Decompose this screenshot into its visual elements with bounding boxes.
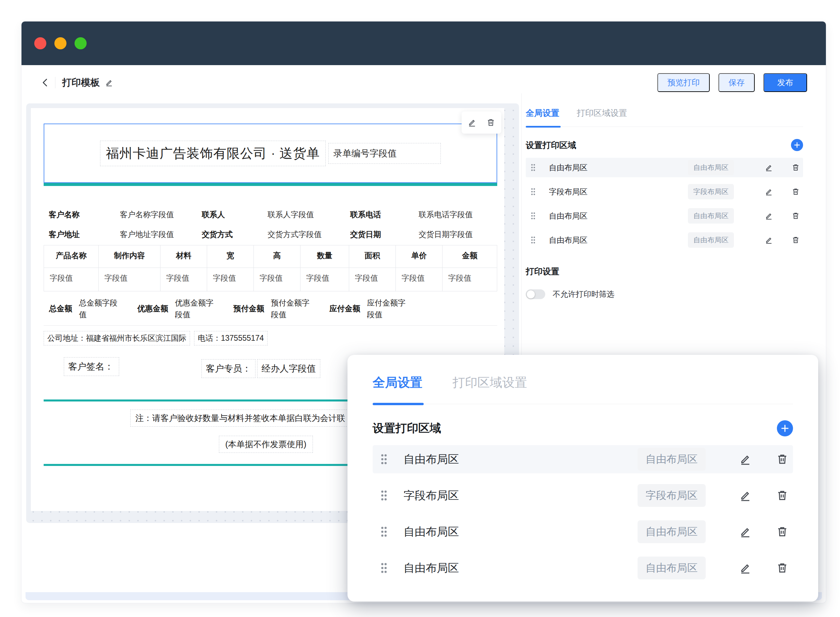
drag-handle-icon[interactable] — [530, 212, 536, 220]
items-table[interactable]: 产品名称 制作内容 材料 宽 高 数量 面积 单价 金额 字段值 字段值 字段值… — [44, 245, 497, 291]
delete-area-icon[interactable] — [792, 187, 800, 196]
edit-area-icon[interactable] — [739, 453, 751, 465]
print-area-row[interactable]: 自由布局区 自由布局区 — [373, 554, 793, 582]
delete-area-icon[interactable] — [792, 212, 800, 220]
drag-handle-icon[interactable] — [380, 562, 387, 574]
total-label: 应付金额 — [329, 304, 360, 314]
edit-area-icon[interactable] — [765, 187, 773, 196]
info-value[interactable]: 客户名称字段值 — [120, 210, 202, 220]
table-value-cell: 字段值 — [349, 268, 396, 291]
area-type-badge: 自由布局区 — [638, 520, 706, 543]
table-header-cell: 制作内容 — [99, 245, 161, 268]
drag-handle-icon[interactable] — [530, 187, 536, 196]
print-area-row[interactable]: 自由布局区 自由布局区 — [526, 230, 803, 250]
tab-global-settings[interactable]: 全局设置 — [373, 374, 422, 391]
total-value: 应付金额字段值 — [367, 297, 412, 320]
preview-print-button[interactable]: 预览打印 — [657, 73, 710, 92]
title-edit-button[interactable] — [105, 78, 113, 87]
print-area-section-title: 设置打印区域 — [526, 140, 576, 151]
drag-handle-icon[interactable] — [380, 453, 387, 465]
table-value-cell: 字段值 — [161, 268, 207, 291]
pencil-icon — [105, 78, 113, 87]
edit-block-icon[interactable] — [468, 118, 477, 127]
save-button[interactable]: 保存 — [719, 73, 755, 92]
print-area-row[interactable]: 字段布局区 字段布局区 — [373, 481, 793, 509]
customer-sign-field[interactable]: 客户签名： — [64, 357, 119, 376]
delete-area-icon[interactable] — [776, 489, 788, 502]
table-header-cell: 数量 — [300, 245, 349, 268]
info-value[interactable]: 交货方式字段值 — [267, 229, 350, 240]
area-name: 自由布局区 — [403, 524, 459, 539]
table-value-cell: 字段值 — [44, 268, 99, 291]
area-type-badge: 自由布局区 — [688, 208, 734, 224]
delete-area-icon[interactable] — [776, 562, 788, 574]
add-area-button[interactable] — [791, 139, 803, 151]
table-value-cell: 字段值 — [254, 268, 300, 291]
drag-handle-icon[interactable] — [380, 490, 387, 501]
area-type-badge: 字段布局区 — [688, 184, 734, 199]
area-name: 自由布局区 — [549, 211, 588, 221]
print-area-row[interactable]: 自由布局区 自由布局区 — [526, 206, 803, 226]
info-value[interactable]: 联系电话字段值 — [419, 210, 499, 220]
drag-handle-icon[interactable] — [530, 164, 536, 171]
document-title-field[interactable]: 福州卡迪广告装饰有限公司 · 送货单 — [100, 141, 326, 166]
plus-icon — [781, 424, 789, 433]
print-area-row[interactable]: 自由布局区 自由布局区 — [526, 158, 803, 177]
tab-underline — [526, 127, 803, 127]
print-area-row[interactable]: 自由布局区 自由布局区 — [373, 445, 793, 473]
traffic-light-minimize-icon[interactable] — [55, 37, 66, 49]
publish-button[interactable]: 发布 — [763, 73, 807, 92]
print-area-list: 自由布局区 自由布局区 字段布局区 字段布局区 自由布局区 自由布局区 自由布局… — [373, 445, 793, 582]
tab-print-area-settings[interactable]: 打印区域设置 — [453, 374, 527, 391]
edit-area-icon[interactable] — [765, 164, 773, 171]
note-line-1[interactable]: 注：请客户验收好数量与材料并签收本单据白联为会计联 — [130, 410, 350, 427]
print-area-row[interactable]: 字段布局区 字段布局区 — [526, 182, 803, 201]
customer-info-grid: 客户名称 客户名称字段值 联系人 联系人字段值 联系电话 联系电话字段值 客户地… — [49, 210, 499, 240]
order-number-field[interactable]: 录单编号字段值 — [328, 143, 441, 164]
delete-area-icon[interactable] — [792, 236, 800, 244]
note-line-2[interactable]: (本单据不作发票使用) — [219, 436, 313, 453]
company-phone-field[interactable]: 电话：1375555174 — [194, 331, 267, 345]
agent-label-field[interactable]: 客户专员： — [201, 359, 255, 378]
add-area-button[interactable] — [777, 420, 793, 436]
table-header-cell: 面积 — [349, 245, 396, 268]
totals-row: 总金额 总金额字段值 优惠金额 优惠金额字段值 预付金额 预付金额字段值 应付金… — [44, 292, 497, 326]
edit-area-icon[interactable] — [739, 526, 751, 538]
delete-area-icon[interactable] — [792, 164, 800, 171]
traffic-light-zoom-icon[interactable] — [75, 37, 87, 49]
print-area-row[interactable]: 自由布局区 自由布局区 — [373, 518, 793, 546]
tab-print-area-settings[interactable]: 打印区域设置 — [577, 108, 627, 118]
area-type-badge: 自由布局区 — [688, 160, 734, 175]
area-name: 自由布局区 — [403, 452, 459, 467]
back-button[interactable] — [40, 77, 52, 88]
info-label: 联系人 — [202, 210, 267, 220]
info-label: 交货方式 — [202, 229, 267, 240]
document-header-block[interactable]: 福州卡迪广告装饰有限公司 · 送货单 录单编号字段值 — [44, 124, 497, 183]
print-area-list: 自由布局区 自由布局区 字段布局区 字段布局区 自由布局区 自由布局区 — [526, 158, 803, 250]
area-type-badge: 自由布局区 — [638, 556, 706, 579]
delete-area-icon[interactable] — [776, 526, 788, 538]
agent-value-field[interactable]: 经办人字段值 — [257, 359, 320, 378]
delete-area-icon[interactable] — [776, 453, 788, 465]
table-header-cell: 产品名称 — [44, 245, 99, 268]
edit-area-icon[interactable] — [739, 562, 751, 574]
table-value-cell: 字段值 — [396, 268, 443, 291]
table-header-cell: 金额 — [443, 245, 497, 268]
tab-global-settings[interactable]: 全局设置 — [526, 108, 560, 118]
info-value[interactable]: 客户地址字段值 — [120, 229, 202, 240]
traffic-light-close-icon[interactable] — [34, 37, 46, 49]
info-value[interactable]: 联系人字段值 — [267, 210, 350, 220]
total-value: 优惠金额字段值 — [175, 297, 220, 320]
table-value-cell: 字段值 — [207, 268, 254, 291]
drag-handle-icon[interactable] — [380, 526, 387, 537]
filter-toggle-switch[interactable] — [526, 289, 545, 299]
company-address-field[interactable]: 公司地址：福建省福州市长乐区滨江国际 — [44, 331, 190, 345]
edit-area-icon[interactable] — [765, 212, 773, 220]
table-header-cell: 宽 — [207, 245, 254, 268]
info-value[interactable]: 交货日期字段值 — [419, 229, 499, 240]
edit-area-icon[interactable] — [739, 489, 751, 502]
drag-handle-icon[interactable] — [530, 236, 536, 244]
delete-block-icon[interactable] — [486, 118, 495, 127]
edit-area-icon[interactable] — [765, 236, 773, 244]
filter-toggle-label: 不允许打印时筛选 — [553, 289, 614, 300]
